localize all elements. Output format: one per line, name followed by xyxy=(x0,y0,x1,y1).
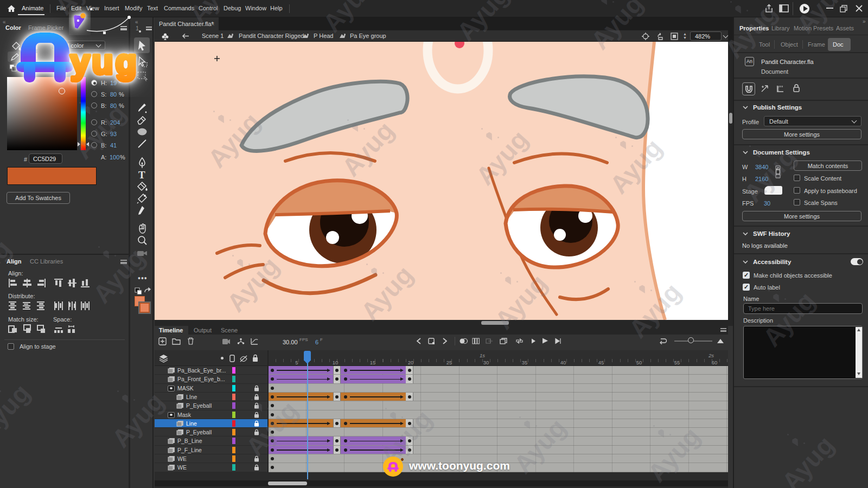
svg-text:T: T xyxy=(138,169,145,181)
svg-text:yug: yug xyxy=(71,42,139,81)
